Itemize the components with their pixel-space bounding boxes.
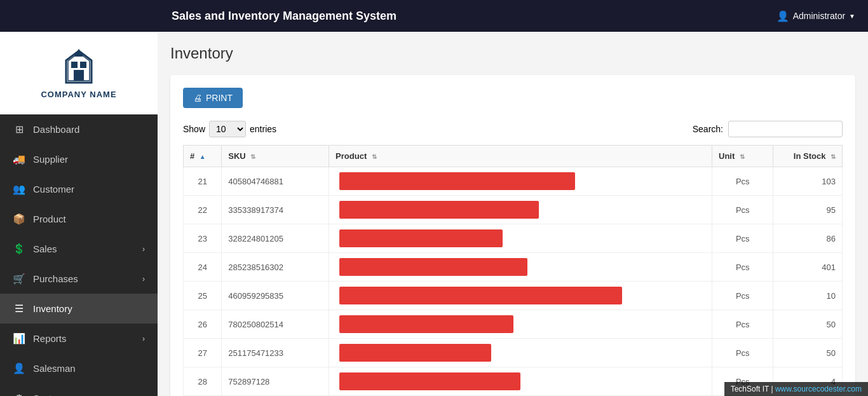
cell-instock: 50 — [773, 310, 843, 339]
product-bar — [339, 172, 574, 190]
print-label: PRINT — [206, 93, 233, 103]
sidebar-item-product[interactable]: 📦 Product — [0, 204, 158, 234]
dashboard-icon: ⊞ — [13, 123, 25, 135]
entries-label: entries — [250, 124, 276, 134]
search-label: Search: — [693, 124, 723, 134]
sidebar-item-customer[interactable]: 👥 Customer — [0, 174, 158, 204]
system-arrow: › — [142, 394, 145, 397]
product-bar — [339, 229, 502, 247]
inventory-icon: ☰ — [13, 303, 25, 315]
sort-icon-sku: ⇅ — [250, 153, 255, 160]
cell-product — [329, 339, 712, 367]
svg-rect-3 — [74, 70, 84, 81]
col-num[interactable]: # ▲ — [184, 146, 222, 167]
sidebar-item-system[interactable]: ⚙ System › — [0, 383, 158, 396]
caret-icon: ▼ — [849, 13, 855, 20]
col-product[interactable]: Product ⇅ — [329, 146, 712, 167]
cell-sku: 328224801205 — [222, 224, 329, 253]
sales-icon: 💲 — [13, 243, 25, 255]
cell-sku: 285238516302 — [222, 253, 329, 282]
product-bar — [339, 201, 538, 219]
footer-attribution: TechSoft IT | www.sourcecodester.com — [724, 382, 868, 396]
sidebar-label-inventory: Inventory — [33, 303, 145, 314]
cell-num: 28 — [184, 367, 222, 396]
navbar: Sales and Inventory Management System 👤 … — [0, 0, 868, 32]
col-sku[interactable]: SKU ⇅ — [222, 146, 329, 167]
inventory-table: # ▲ SKU ⇅ Product ⇅ Unit ⇅ In Stock ⇅ — [183, 145, 843, 396]
sidebar-item-purchases[interactable]: 🛒 Purchases › — [0, 264, 158, 294]
print-button[interactable]: 🖨 PRINT — [183, 88, 243, 108]
cell-product — [329, 224, 712, 253]
table-row: 21 405804746881 Pcs 103 — [184, 167, 843, 196]
table-controls: Show 10 25 50 100 entries Search: — [183, 121, 843, 137]
cell-instock: 103 — [773, 167, 843, 196]
sort-icon-instock: ⇅ — [831, 153, 836, 160]
company-name-label: COMPANY NAME — [41, 90, 116, 99]
sidebar-label-dashboard: Dashboard — [33, 124, 145, 135]
cell-product — [329, 367, 712, 396]
cell-instock: 10 — [773, 282, 843, 310]
sidebar-item-inventory[interactable]: ☰ Inventory — [0, 294, 158, 324]
product-icon: 📦 — [13, 213, 25, 225]
show-entries: Show 10 25 50 100 entries — [183, 121, 276, 137]
cell-instock: 50 — [773, 339, 843, 367]
sort-icon-unit: ⇅ — [740, 153, 745, 160]
col-instock[interactable]: In Stock ⇅ — [773, 146, 843, 167]
page-title: Inventory — [170, 44, 855, 62]
reports-arrow: › — [142, 334, 145, 343]
cell-instock: 401 — [773, 253, 843, 282]
entries-select[interactable]: 10 25 50 100 — [209, 121, 246, 137]
sales-arrow: › — [142, 245, 145, 254]
search-input[interactable] — [728, 121, 843, 137]
sidebar-item-salesman[interactable]: 👤 Salesman — [0, 353, 158, 383]
salesman-icon: 👤 — [13, 362, 25, 374]
content-card: 🖨 PRINT Show 10 25 50 100 entries Search… — [170, 75, 855, 396]
cell-num: 26 — [184, 310, 222, 339]
svg-rect-4 — [71, 62, 78, 68]
username-label: Administrator — [793, 11, 845, 21]
table-header-row: # ▲ SKU ⇅ Product ⇅ Unit ⇅ In Stock ⇅ — [184, 146, 843, 167]
sidebar-nav: ⊞ Dashboard 🚚 Supplier 👥 Customer 📦 Prod… — [0, 114, 158, 396]
table-row: 25 460959295835 Pcs 10 — [184, 282, 843, 310]
sidebar-label-reports: Reports — [33, 333, 142, 344]
cell-num: 23 — [184, 224, 222, 253]
sidebar-item-reports[interactable]: 📊 Reports › — [0, 324, 158, 353]
cell-sku: 251175471233 — [222, 339, 329, 367]
col-unit[interactable]: Unit ⇅ — [712, 146, 773, 167]
main-content: Inventory 🖨 PRINT Show 10 25 50 100 entr… — [158, 32, 868, 396]
cell-sku: 335338917374 — [222, 196, 329, 224]
product-bar — [339, 287, 622, 304]
print-icon: 🖨 — [193, 93, 202, 103]
sidebar-label-system: System — [33, 393, 142, 396]
sidebar-label-salesman: Salesman — [33, 363, 145, 374]
footer-text: TechSoft IT | — [731, 385, 775, 393]
table-row: 24 285238516302 Pcs 401 — [184, 253, 843, 282]
svg-rect-5 — [80, 62, 86, 68]
cell-product — [329, 310, 712, 339]
cell-instock: 86 — [773, 224, 843, 253]
cell-sku: 780250802514 — [222, 310, 329, 339]
reports-icon: 📊 — [13, 332, 25, 345]
app-title: Sales and Inventory Management System — [172, 10, 776, 23]
sidebar-label-customer: Customer — [33, 184, 145, 195]
table-row: 22 335338917374 Pcs 95 — [184, 196, 843, 224]
cell-num: 22 — [184, 196, 222, 224]
logo-icon — [60, 48, 98, 86]
supplier-icon: 🚚 — [13, 153, 25, 165]
cell-num: 27 — [184, 339, 222, 367]
table-row: 23 328224801205 Pcs 86 — [184, 224, 843, 253]
cell-product — [329, 196, 712, 224]
cell-unit: Pcs — [712, 196, 773, 224]
sidebar-item-supplier[interactable]: 🚚 Supplier — [0, 144, 158, 174]
cell-unit: Pcs — [712, 253, 773, 282]
sidebar-label-purchases: Purchases — [33, 273, 142, 284]
sidebar-label-supplier: Supplier — [33, 154, 145, 165]
user-menu[interactable]: 👤 Administrator ▼ — [776, 10, 855, 22]
product-bar — [339, 258, 527, 276]
footer-link[interactable]: www.sourcecodester.com — [775, 385, 862, 393]
cell-sku: 752897128 — [222, 367, 329, 396]
sidebar-item-sales[interactable]: 💲 Sales › — [0, 234, 158, 264]
sidebar-label-product: Product — [33, 214, 145, 224]
user-icon: 👤 — [776, 10, 789, 22]
sidebar-item-dashboard[interactable]: ⊞ Dashboard — [0, 114, 158, 144]
